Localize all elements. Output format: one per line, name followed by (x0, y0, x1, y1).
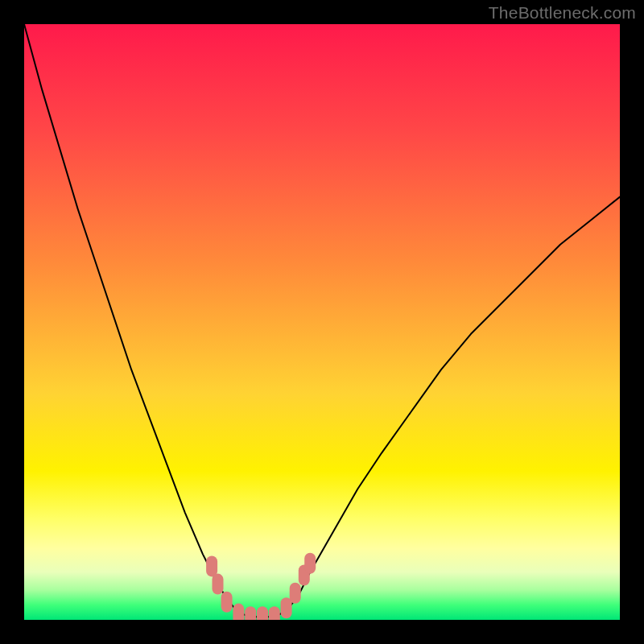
highlight-marker (213, 574, 224, 595)
highlight-marker (257, 606, 268, 620)
highlight-marker (304, 553, 316, 574)
highlight-marker (281, 597, 292, 618)
highlight-marker (221, 592, 233, 613)
chart-frame: TheBottleneck.com (0, 0, 644, 644)
highlight-marker (233, 604, 244, 620)
watermark-text: TheBottleneck.com (489, 3, 636, 23)
bottleneck-chart (24, 24, 620, 620)
highlight-marker (290, 583, 301, 604)
highlight-marker (269, 606, 280, 620)
chart-background (24, 24, 620, 620)
highlight-marker (206, 555, 217, 576)
highlight-marker (245, 606, 256, 620)
